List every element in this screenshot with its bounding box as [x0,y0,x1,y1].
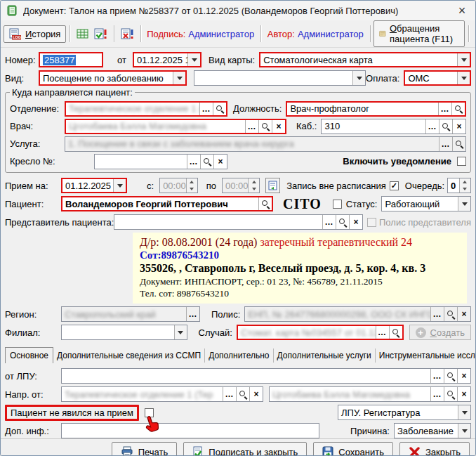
cito-checkbox[interactable] [333,200,342,209]
from-lpu-ellipsis-button[interactable]: … [430,369,444,383]
representative-clear-button[interactable]: × [349,215,362,229]
case-search-button[interactable] [389,326,402,339]
chair-field[interactable]: … × [94,154,227,169]
subkind-select[interactable] [194,70,366,86]
tab-main[interactable]: Основное [5,347,53,363]
referred-doctor-search-button[interactable] [444,387,457,401]
branch-dropdown-icon[interactable] [174,325,187,339]
department-field[interactable]: Терапевтическое отделение 1 (Тер … [65,101,227,117]
reason-select[interactable]: Заболевание [394,423,471,438]
sign-and-close-button[interactable]: Подписать и закрыть [183,442,307,456]
cabinet-search-button[interactable] [439,119,452,133]
referred-doctor-clear-button[interactable]: × [457,387,470,401]
doctor-field[interactable]: Цготобаева Бэлла Магомедовна … × [65,119,286,134]
policy-ellipsis-button[interactable]: … [430,307,444,321]
referred-dept-clear-button[interactable]: × [249,387,263,401]
from-lpu-clear-button[interactable]: × [457,369,470,383]
service-ellipsis-button[interactable]: … [439,137,452,151]
representative-ellipsis-button[interactable]: … [322,215,336,229]
from-lpu-search-button[interactable] [444,369,457,383]
print-button[interactable]: Печать [112,442,178,456]
subkind-dropdown-icon[interactable] [352,71,365,85]
payment-select[interactable]: ОМС [404,70,471,86]
save-button[interactable]: Сохранить [313,442,393,456]
window-title: Документ: Талон на прием №258377 от 01.1… [23,6,449,16]
department-ellipsis-button[interactable]: … [199,103,213,115]
policy-search-button[interactable] [444,307,457,321]
time-to-spinner[interactable] [248,178,259,193]
time-from-spinner[interactable] [186,178,197,193]
department-search-button[interactable] [213,103,226,115]
notify-checkbox[interactable] [457,157,466,166]
kind-value: Посещение по заболеванию [40,72,173,84]
datetime-dropdown-icon[interactable] [187,53,200,66]
patient-field[interactable]: Воландеморов Георгий Поттерович [61,196,273,211]
number-field[interactable]: 258377 [39,52,103,67]
doc-cancel-button[interactable] [118,26,137,42]
history-button[interactable]: LOG История [4,25,66,43]
position-ellipsis-button[interactable]: … [438,103,451,115]
info-line-dob: Д/р: 08.08.2001 (24 года) затеречный тер… [140,235,460,249]
appointment-date-dropdown-icon[interactable] [113,179,126,192]
reason-dropdown-icon[interactable] [458,424,470,438]
table-button[interactable] [74,26,91,41]
status-dropdown-icon[interactable] [458,197,470,211]
referred-from-dept-field[interactable]: Терапевтическое отделение 1 (Тер … × [61,386,263,402]
service-search-button[interactable] [452,137,465,151]
queue-field[interactable]: 0 [447,178,471,193]
kind-select[interactable]: Посещение по заболеванию [39,70,187,86]
card-type-dropdown-icon[interactable] [457,53,470,66]
cabinet-ellipsis-button[interactable]: … [425,119,439,133]
case-field[interactable]: Стомат. карта №034557 от 01.12.20 … [237,325,404,340]
card-type-select[interactable]: Стоматологическая карта [259,52,471,67]
row-kind-payment: Вид: Посещение по заболеванию Оплата: ОМ… [5,70,471,86]
offschedule-checkbox[interactable]: ✓ [390,181,399,190]
doctor-search-button[interactable] [258,120,272,133]
representative-search-button[interactable] [336,215,349,229]
referred-dept-search-button[interactable] [236,387,249,401]
notify-label: Включить уведомление [343,156,451,167]
cabinet-clear-button[interactable]: × [452,119,465,133]
representative-field[interactable]: … × [114,214,363,230]
datetime-field[interactable]: 01.12.2025 15:5 [133,52,201,67]
tab-bar: Основное Дополнительные сведения из ССМП… [5,346,471,363]
tab-additional[interactable]: Дополнительно [204,348,272,363]
referred-from-doctor-redacted: Цготобаева Бэлла Магомедовна [272,389,410,400]
tab-additional-services[interactable]: Дополнительные услуги [273,348,375,363]
appointment-date-field[interactable]: 01.12.2025 [61,178,127,193]
referred-dept-ellipsis-button[interactable]: … [223,387,236,401]
registry-dropdown-icon[interactable] [458,405,470,419]
policy-clear-button[interactable]: × [457,307,470,321]
position-search-button[interactable] [451,103,465,115]
position-field[interactable]: Врач-профпатолог … [286,101,466,117]
case-ellipsis-button[interactable]: … [376,326,389,339]
referred-from-doctor-field[interactable]: Цготобаева Бэлла Магомедовна … × [269,386,471,402]
doctor-clear-button[interactable]: × [272,120,285,133]
from-lpu-label: от ЛПУ: [5,371,61,382]
row-representative: Представитель пациента: … × Полис предст… [5,214,471,230]
schedule-button[interactable] [265,178,280,193]
registry-select[interactable]: ЛПУ. Регистратура [338,405,471,420]
toolbar: LOG История Подпись: Администратор Автор… [1,20,475,48]
payment-dropdown-icon[interactable] [457,72,470,84]
patient-search-button[interactable] [258,197,272,210]
tab-instrumental-studies[interactable]: Инструментальные исследования [375,348,476,363]
additional-info-input[interactable] [61,423,319,438]
close-button[interactable]: Закрыть [399,442,470,456]
chair-search-button[interactable] [200,155,213,169]
doctor-ellipsis-button[interactable]: … [245,120,258,133]
window-close-icon[interactable]: × [454,3,470,18]
cabinet-field[interactable]: 310 … × [321,119,466,134]
region-ellipsis-button[interactable]: … [186,307,199,321]
queue-spinner[interactable] [459,178,470,193]
kind-dropdown-icon[interactable] [173,72,185,84]
status-select[interactable]: Работающий [381,196,471,211]
from-lpu-field[interactable]: … × [61,368,471,384]
tab-ssmp-info[interactable]: Дополнительные сведения из ССМП [53,348,204,363]
chair-ellipsis-button[interactable]: … [187,155,200,169]
chair-clear-button[interactable]: × [213,155,227,169]
patient-appeals-button[interactable]: Обращения пациента (F11) [373,20,465,47]
referred-doctor-ellipsis-button[interactable]: … [430,387,444,401]
branch-select[interactable] [61,325,187,340]
doc-check-button[interactable] [91,26,110,42]
